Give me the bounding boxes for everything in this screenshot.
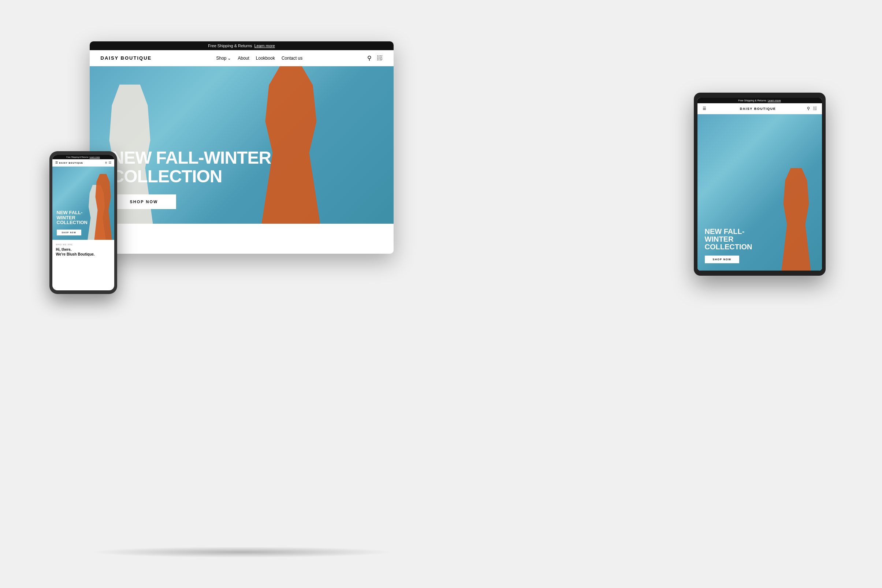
tablet-brand-logo[interactable]: DAISY BOUTIQUE (709, 107, 807, 111)
nav-lookbook-link[interactable]: Lookbook (256, 56, 275, 61)
mobile-mockup: Free Shipping & Returns Learn more ☰ DAI… (50, 151, 117, 294)
mobile-hero-title: NEW FALL-WINTERCOLLECTION (57, 210, 88, 225)
search-icon[interactable]: ⚲ (367, 54, 372, 62)
mobile-hamburger-icon[interactable]: ☰ (55, 161, 58, 164)
mobile-nav-icons: ⚲ ⛆ (105, 162, 111, 164)
tablet-hero-title: NEW FALL-WINTERCOLLECTION (705, 228, 752, 251)
nav-shop-link[interactable]: Shop ⌄ (216, 56, 231, 61)
mobile-below-fold: WHO WE ARE Hi, there.We're Blush Boutiqu… (52, 240, 114, 260)
desktop-nav-links: Shop ⌄ About Lookbook Contact us (216, 56, 302, 61)
desktop-brand-logo[interactable]: DAISY BOUTIQUE (100, 55, 152, 61)
mobile-brand-logo[interactable]: DAISY BOUTIQUE (59, 162, 105, 164)
tablet-cart-icon[interactable]: ⛆ (813, 106, 817, 111)
announcement-learn-more[interactable]: Learn more (255, 44, 275, 48)
tablet-hero-content: NEW FALL-WINTERCOLLECTION SHOP NOW (705, 228, 752, 263)
mobile-hero: NEW FALL-WINTERCOLLECTION SHOP NOW (52, 166, 114, 240)
nav-about-link[interactable]: About (238, 56, 249, 61)
desktop-hero-content: NEW FALL-WINTER COLLECTION SHOP NOW (112, 148, 271, 209)
nav-contact-link[interactable]: Contact us (282, 56, 302, 61)
mobile-hero-content: NEW FALL-WINTERCOLLECTION SHOP NOW (57, 210, 88, 236)
cart-icon[interactable]: ⛆ (377, 55, 382, 62)
tablet-announcement-bar: Free Shipping & Returns Learn more (698, 98, 822, 103)
tablet-mockup: Free Shipping & Returns Learn more ☰ DAI… (694, 93, 826, 276)
mobile-who-we-are-label: WHO WE ARE (56, 243, 111, 246)
tablet-hero: NEW FALL-WINTERCOLLECTION SHOP NOW (698, 114, 822, 271)
desktop-shadow (90, 547, 394, 558)
desktop-hero: NEW FALL-WINTER COLLECTION SHOP NOW (90, 66, 394, 224)
tablet-shop-now-button[interactable]: SHOP NOW (705, 255, 740, 263)
mobile-cart-icon[interactable]: ⛆ (109, 162, 111, 164)
desktop-shop-now-button[interactable]: SHOP NOW (112, 194, 177, 209)
chevron-down-icon: ⌄ (227, 56, 231, 61)
mobile-screen: Free Shipping & Returns Learn more ☰ DAI… (52, 155, 114, 290)
tablet-announcement-text: Free Shipping & Returns (738, 99, 766, 102)
mobile-shop-now-button[interactable]: SHOP NOW (57, 230, 82, 236)
desktop-announcement-bar: Free Shipping & Returns Learn more (90, 41, 394, 50)
mobile-learn-more[interactable]: Learn more (90, 156, 100, 158)
announcement-text: Free Shipping & Returns (208, 44, 252, 48)
tablet-search-icon[interactable]: ⚲ (807, 106, 810, 111)
tablet-navigation: ☰ DAISY BOUTIQUE ⚲ ⛆ (698, 103, 822, 114)
mobile-search-icon[interactable]: ⚲ (105, 162, 107, 164)
mobile-announcement-bar: Free Shipping & Returns Learn more (52, 155, 114, 159)
desktop-nav-icons: ⚲ ⛆ (367, 54, 382, 62)
desktop-mockup: Free Shipping & Returns Learn more DAISY… (90, 41, 394, 254)
mobile-announcement-text: Free Shipping & Returns (66, 156, 88, 158)
tablet-figure (778, 168, 814, 271)
hamburger-icon[interactable]: ☰ (703, 106, 706, 111)
tablet-screen: Free Shipping & Returns Learn more ☰ DAI… (698, 98, 822, 271)
tablet-learn-more[interactable]: Learn more (768, 99, 781, 102)
desktop-navigation: DAISY BOUTIQUE Shop ⌄ About Lookbook Con… (90, 50, 394, 66)
tablet-nav-icons: ⚲ ⛆ (807, 106, 817, 111)
desktop-hero-title: NEW FALL-WINTER COLLECTION (112, 148, 271, 186)
mobile-who-we-are-text: Hi, there.We're Blush Boutique. (56, 247, 111, 256)
mobile-navigation: ☰ DAISY BOUTIQUE ⚲ ⛆ (52, 159, 114, 166)
